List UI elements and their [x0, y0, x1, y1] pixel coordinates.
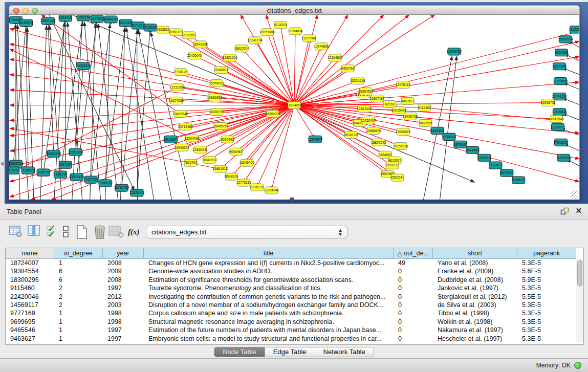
- function-builder-icon[interactable]: f(x): [128, 228, 141, 243]
- table-cell: Estimation of significance thresholds fo…: [144, 276, 394, 284]
- graph-node-label: 11548012: [214, 68, 229, 72]
- network-window-titlebar[interactable]: citations_edges.txt: [9, 5, 580, 15]
- table-row[interactable]: 946362711997Embryonic stem cells: a mode…: [6, 335, 583, 343]
- citation-edge-black[interactable]: [137, 30, 138, 200]
- memory-ok-indicator: [574, 362, 581, 369]
- split-divider-handle[interactable]: [290, 198, 294, 201]
- tab-edge-table[interactable]: Edge Table: [265, 347, 315, 357]
- graph-node-label: 9329966: [555, 51, 568, 54]
- table-row[interactable]: 1938455462009Genome-wide association stu…: [6, 267, 583, 275]
- new-table-icon[interactable]: [75, 225, 89, 240]
- citation-edge-red[interactable]: [294, 105, 403, 132]
- table-row[interactable]: 1830029562008Estimation of significance …: [6, 276, 583, 284]
- graph-node-label: 7825401: [184, 161, 198, 164]
- citation-edge-red[interactable]: [242, 49, 294, 105]
- citation-edge-black[interactable]: [137, 28, 150, 193]
- table-cell: Tibbo et al. (1998): [433, 309, 517, 317]
- graph-node-label: 18495758: [403, 115, 418, 118]
- column-header-title[interactable]: title: [144, 248, 394, 259]
- citation-edge-red[interactable]: [425, 107, 555, 120]
- table-cell: 2008: [103, 276, 144, 284]
- column-header-name[interactable]: name: [6, 248, 54, 259]
- table-panel-header: Table Panel ✕: [0, 204, 588, 220]
- graph-node-label: 12164634: [328, 56, 343, 59]
- column-header-out-de-[interactable]: △ out_de...: [394, 248, 433, 259]
- graph-node-label: 13354244: [264, 188, 279, 192]
- citation-edge-red[interactable]: [294, 57, 579, 105]
- row-height-icon[interactable]: [62, 225, 76, 240]
- citation-edge-black[interactable]: [121, 28, 125, 200]
- column-header-short[interactable]: short: [433, 248, 517, 259]
- graph-node-label: 8435572: [19, 21, 33, 25]
- column-header-pagerank[interactable]: pagerank: [517, 248, 576, 259]
- table-scrollbar[interactable]: [576, 259, 583, 342]
- table-cell: Tourette syndrome. Phenomenology and cla…: [144, 284, 394, 292]
- resize-grip[interactable]: [571, 191, 578, 199]
- table-cell: Changes of HCN gene expression and I(f) …: [144, 259, 394, 267]
- graph-node-label: 12775115: [236, 181, 251, 184]
- graph-node-label: 12923448: [129, 191, 145, 194]
- table-cell: 5.3E-5: [517, 301, 576, 309]
- graph-node-label: 11156869: [21, 168, 36, 172]
- table-cell: 14569117: [6, 301, 54, 309]
- citation-edge-black[interactable]: [105, 24, 110, 200]
- table-cell: 5.3E-5: [517, 335, 576, 343]
- table-row[interactable]: 946554611997Estimation of the future num…: [6, 326, 583, 334]
- table-header-row: namein_degreeyeartitle△ out_de...shortpa…: [6, 248, 583, 259]
- table-cell: 22420046: [6, 293, 54, 301]
- table-row[interactable]: 977716911998Corpus callosum shape and si…: [6, 309, 583, 317]
- table-row[interactable]: 1456911722003Disruption of a novel membe…: [6, 301, 583, 309]
- table-cell: Embryonic stem cells: a model to study s…: [144, 335, 394, 343]
- table-row[interactable]: 1872400712008Changes of HCN gene express…: [6, 259, 583, 267]
- graph-node-label: 19861913: [213, 167, 228, 170]
- citation-edge-black[interactable]: [43, 18, 66, 172]
- float-panel-icon[interactable]: [560, 207, 570, 215]
- graph-node-label: 10688609: [366, 129, 381, 133]
- table-cell: 5.6E-5: [517, 267, 576, 275]
- tab-node-table[interactable]: Node Table: [214, 347, 265, 357]
- table-row[interactable]: 911546021997Tourette syndrome. Phenomeno…: [6, 284, 583, 292]
- table-row[interactable]: 2242004622012Investigating the contribut…: [6, 293, 583, 301]
- graph-node-label: 21321061: [223, 56, 238, 59]
- citation-edge-red[interactable]: [294, 31, 295, 105]
- graph-node-label: 6879197: [454, 143, 467, 146]
- graph-node-label: 10996953: [207, 96, 223, 99]
- table-settings-icon[interactable]: [9, 225, 23, 240]
- graph-node-label: 2093719: [59, 16, 72, 19]
- column-select-icon[interactable]: [28, 225, 41, 240]
- graph-node-label: 16648784: [447, 50, 462, 53]
- graph-node-label: 17359924: [68, 150, 83, 154]
- column-header-in-degree[interactable]: in_degree: [54, 248, 103, 259]
- column-header-year[interactable]: year: [103, 248, 144, 259]
- citation-network-graph[interactable]: 1640884355722069140620937191065326715276…: [9, 15, 579, 200]
- delete-table-icon[interactable]: [93, 225, 106, 240]
- table-cell: Wolkin et al. (1998): [433, 318, 517, 326]
- network-canvas[interactable]: 1640884355722069140620937191065326715276…: [9, 15, 580, 200]
- select-rows-icon[interactable]: [46, 225, 59, 240]
- graph-node-label: 9938924: [443, 135, 456, 139]
- graph-node-label: 12815241: [193, 148, 208, 151]
- graph-node-label: 18300295: [265, 112, 280, 116]
- table-row[interactable]: 969969511998Structural magnetic resonanc…: [6, 318, 583, 326]
- close-panel-icon[interactable]: ✕: [575, 206, 582, 215]
- network-table-select[interactable]: citations_edges.txt ▲▼: [146, 226, 347, 238]
- graph-node-label: 12141794: [247, 38, 263, 42]
- citation-edge-red[interactable]: [10, 44, 294, 105]
- citation-edge-black[interactable]: [98, 24, 118, 200]
- table-cell: Structural magnetic resonance image aver…: [144, 318, 394, 326]
- table-cell: Corpus callosum shape and size in male p…: [144, 309, 394, 317]
- table-cell: Investigating the contribution of common…: [144, 293, 394, 301]
- table-cell: 0: [394, 276, 433, 284]
- collapse-arrow-icon[interactable]: [1, 162, 4, 166]
- graph-node-label: 12213354: [170, 85, 185, 89]
- graph-node-label: 17016504: [553, 141, 569, 144]
- citation-edge-black[interactable]: [84, 22, 101, 200]
- citation-edge-red[interactable]: [10, 90, 294, 105]
- scrollbar-thumb[interactable]: [577, 260, 582, 287]
- tab-network-table[interactable]: Network Table: [315, 347, 374, 357]
- citation-edge-red[interactable]: [294, 31, 579, 105]
- select-stepper-icon: ▲▼: [338, 228, 343, 236]
- table-cell: Franke et al. (2009): [433, 267, 517, 275]
- delete-columns-icon[interactable]: [108, 225, 122, 240]
- citation-edge-red[interactable]: [294, 15, 409, 105]
